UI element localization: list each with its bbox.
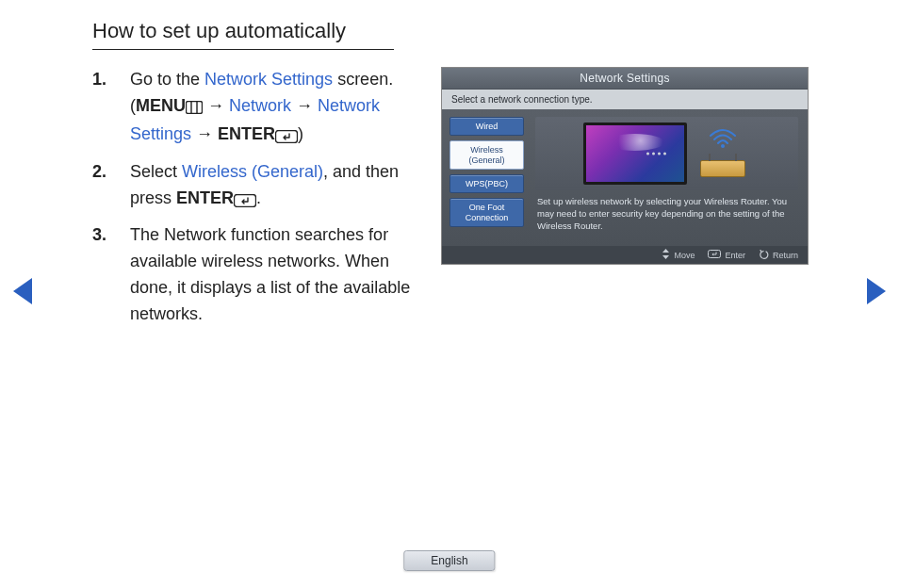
tv-menu-wireless[interactable]: Wireless (General) <box>450 140 524 170</box>
text: . <box>256 188 261 207</box>
enter-icon <box>234 188 256 214</box>
menu-label: MENU <box>136 96 186 115</box>
tv-footer: Move Enter Return <box>442 246 808 264</box>
text: The Network function searches for availa… <box>130 222 422 328</box>
link-network: Network <box>229 96 291 115</box>
menu-icon <box>186 95 203 122</box>
link-network-settings: Network Settings <box>204 70 333 89</box>
footer-enter-label: Enter <box>725 251 745 260</box>
step-2: Select Wireless (General), and then pres… <box>92 159 422 214</box>
svg-rect-4 <box>235 194 256 206</box>
footer-return: Return <box>759 250 798 261</box>
enter-label: ENTER <box>176 188 234 207</box>
tv-screenshot: Network Settings Select a network connec… <box>441 67 809 265</box>
enter-label: ENTER <box>218 124 275 143</box>
tv-title: Network Settings <box>442 68 808 90</box>
tv-menu-wired[interactable]: Wired <box>450 117 524 136</box>
text: Go to the <box>130 70 204 89</box>
step-3: The Network function searches for availa… <box>92 222 422 328</box>
tv-subtitle: Select a network connection type. <box>442 90 808 109</box>
footer-enter: Enter <box>708 250 745 260</box>
connection-dots-icon <box>646 153 666 155</box>
step-1: Go to the Network Settings screen. (MENU… <box>92 67 422 150</box>
text: Select <box>130 162 182 181</box>
text: ) <box>298 124 303 143</box>
arrow: → <box>191 124 218 143</box>
tv-monitor-icon <box>583 122 687 185</box>
tv-menu-wps[interactable]: WPS(PBC) <box>450 174 524 193</box>
router-icon <box>700 160 745 177</box>
enter-icon <box>708 250 721 260</box>
wifi-icon <box>708 128 738 149</box>
arrow: → <box>203 96 229 115</box>
tv-menu: Wired Wireless (General) WPS(PBC) One Fo… <box>442 109 531 246</box>
page-title: How to set up automatically <box>92 19 394 50</box>
return-icon <box>759 250 769 261</box>
tv-preview-graphic <box>535 117 798 190</box>
footer-move: Move <box>662 249 695 261</box>
instruction-list: Go to the Network Settings screen. (MENU… <box>92 67 422 337</box>
footer-move-label: Move <box>674 251 695 260</box>
svg-rect-3 <box>276 130 298 142</box>
tv-description: Set up wireless network by selecting you… <box>535 196 798 242</box>
language-badge[interactable]: English <box>403 550 495 571</box>
nav-prev-arrow[interactable] <box>13 278 32 304</box>
tv-menu-onefoot[interactable]: One Foot Connection <box>450 198 524 227</box>
arrow: → <box>291 96 318 115</box>
link-wireless-general: Wireless (General) <box>182 162 323 181</box>
enter-icon <box>275 123 298 150</box>
footer-return-label: Return <box>773 251 798 260</box>
nav-next-arrow[interactable] <box>867 278 886 304</box>
svg-point-5 <box>721 144 725 148</box>
updown-icon <box>662 249 670 261</box>
svg-rect-0 <box>187 101 203 113</box>
